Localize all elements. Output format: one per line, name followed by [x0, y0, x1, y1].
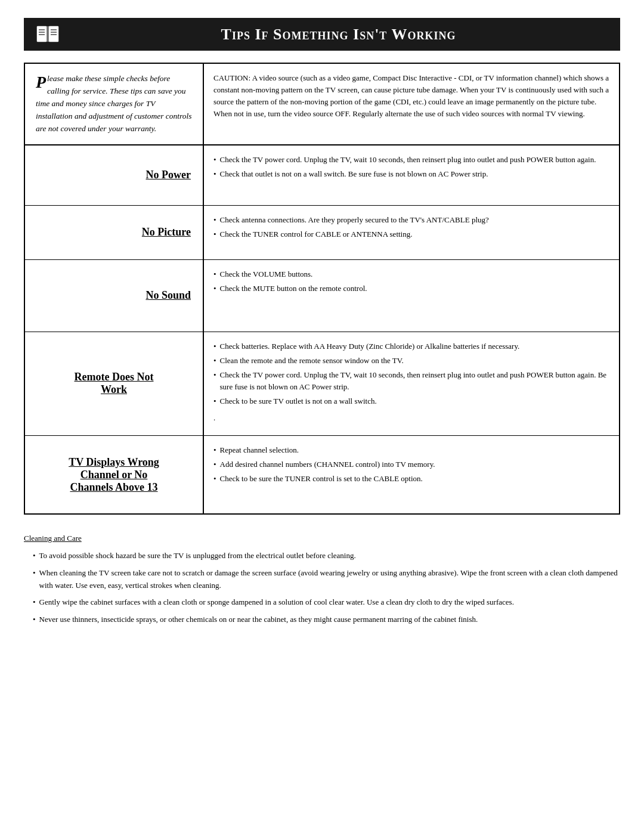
list-item: Check antenna connections. Are they prop… — [213, 214, 609, 226]
page-title: Tips If Something Isn't Working — [69, 26, 608, 44]
list-item: Repeat channel selection. — [213, 444, 609, 456]
no-sound-row: No Sound Check the VOLUME buttons. Check… — [25, 260, 619, 332]
cleaning-title: Cleaning and Care — [24, 532, 620, 545]
page-header: Tips If Something Isn't Working — [24, 18, 620, 51]
list-item: Add desired channel numbers (CHANNEL con… — [213, 459, 609, 470]
list-item: Gently wipe the cabinet surfaces with a … — [33, 596, 620, 609]
list-item: Check to be sure the TUNER control is se… — [213, 473, 609, 485]
no-power-label: No Power — [25, 145, 204, 205]
book-icon — [36, 24, 60, 45]
list-item: Clean the remote and the remote sensor w… — [213, 355, 609, 367]
list-item: Never use thinners, insecticide sprays, … — [33, 614, 620, 626]
drop-cap: P — [36, 75, 46, 89]
no-power-solutions: Check the TV power cord. Unplug the TV, … — [204, 145, 619, 205]
list-item: Check the VOLUME buttons. — [213, 268, 609, 280]
tv-displays-label: TV Displays WrongChannel or NoChannels A… — [25, 436, 204, 513]
list-item: Check the MUTE button on the remote cont… — [213, 283, 609, 295]
tv-displays-solutions: Repeat channel selection. Add desired ch… — [204, 436, 619, 513]
intro-text: lease make these simple checks before ca… — [36, 74, 192, 133]
caution-text: CAUTION: A video source (such as a video… — [213, 73, 609, 118]
no-picture-row: No Picture Check antenna connections. Ar… — [25, 206, 619, 260]
svg-rect-0 — [37, 26, 47, 42]
remote-solutions: Check batteries. Replace with AA Heavy D… — [204, 332, 619, 436]
list-item: To avoid possible shock hazard be sure t… — [33, 550, 620, 562]
svg-rect-1 — [49, 26, 58, 42]
no-power-row: No Power Check the TV power cord. Unplug… — [25, 145, 619, 206]
list-item: Check the TV power cord. Unplug the TV, … — [213, 369, 609, 393]
list-item: When cleaning the TV screen take care no… — [33, 567, 620, 592]
no-sound-solutions: Check the VOLUME buttons. Check the MUTE… — [204, 260, 619, 332]
no-sound-label: No Sound — [25, 260, 204, 332]
intro-box: Please make these simple checks before c… — [25, 64, 203, 144]
list-item: Check the TUNER control for CABLE or ANT… — [213, 228, 609, 240]
tv-displays-row: TV Displays WrongChannel or NoChannels A… — [25, 436, 619, 513]
list-item: Check to be sure TV outlet is not on a w… — [213, 395, 609, 407]
no-picture-solutions: Check antenna connections. Are they prop… — [204, 206, 619, 259]
no-picture-label: No Picture — [25, 206, 204, 259]
remote-label: Remote Does NotWork — [25, 332, 204, 436]
list-item: Check batteries. Replace with AA Heavy D… — [213, 340, 609, 352]
remote-row: Remote Does NotWork Check batteries. Rep… — [25, 332, 619, 436]
list-item: Check that outlet is not on a wall switc… — [213, 168, 609, 180]
list-item: Check the TV power cord. Unplug the TV, … — [213, 154, 609, 166]
main-table: Please make these simple checks before c… — [24, 63, 620, 515]
cleaning-section: Cleaning and Care To avoid possible shoc… — [24, 532, 620, 626]
caution-box: CAUTION: A video source (such as a video… — [204, 64, 619, 144]
dot-placeholder: . — [213, 410, 609, 427]
